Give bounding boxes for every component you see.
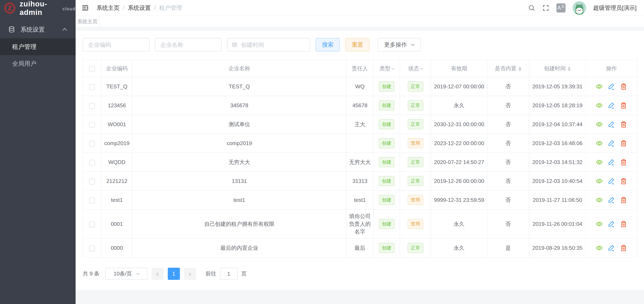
row-checkbox[interactable] bbox=[89, 141, 95, 147]
created-date-input[interactable] bbox=[227, 38, 310, 52]
col-header-type[interactable]: 类型 bbox=[374, 60, 400, 77]
view-icon[interactable] bbox=[596, 102, 603, 109]
more-actions-button[interactable]: 更多操作 bbox=[378, 38, 420, 52]
user-name[interactable]: 超级管理员[演示] bbox=[593, 4, 636, 12]
cell-expire: 永久 bbox=[431, 238, 487, 257]
chevron-down-icon bbox=[136, 271, 140, 275]
col-header-created[interactable]: 创建时间 bbox=[529, 60, 586, 77]
page-size-label: 10条/页 bbox=[114, 270, 132, 277]
tab-home[interactable]: 系统主页 bbox=[76, 16, 100, 27]
cell-company-code: TEST_Q bbox=[102, 77, 132, 96]
created-date-field[interactable] bbox=[241, 42, 306, 48]
row-actions bbox=[588, 121, 635, 128]
row-checkbox[interactable] bbox=[89, 84, 95, 90]
view-icon[interactable] bbox=[596, 121, 603, 128]
table-row: TEST_Q TEST_Q WQ 创建 正常 2019-12-07 00:00:… bbox=[83, 77, 637, 96]
edit-icon[interactable] bbox=[608, 158, 615, 166]
delete-icon[interactable] bbox=[620, 177, 627, 185]
sidebar-item-tenant-management[interactable]: 租户管理 bbox=[0, 38, 76, 55]
status-badge: 禁用 bbox=[408, 195, 423, 205]
search-button[interactable]: 搜索 bbox=[316, 38, 340, 52]
edit-icon[interactable] bbox=[608, 177, 615, 185]
next-page-button[interactable]: › bbox=[184, 268, 196, 280]
edit-icon[interactable] bbox=[608, 121, 615, 128]
row-checkbox[interactable] bbox=[89, 222, 95, 227]
cell-builtin: 否 bbox=[487, 77, 529, 96]
sidebar-item-global-users[interactable]: 全局用户 bbox=[0, 55, 76, 72]
delete-icon[interactable] bbox=[620, 140, 627, 147]
collapse-sidebar-icon[interactable] bbox=[81, 4, 89, 12]
goto-page-input[interactable] bbox=[220, 268, 238, 280]
edit-icon[interactable] bbox=[608, 196, 615, 204]
page-number-current[interactable]: 1 bbox=[168, 268, 180, 280]
edit-icon[interactable] bbox=[608, 244, 615, 252]
col-header-builtin[interactable]: 是否内置 bbox=[487, 60, 529, 77]
table-row: 0001 自己创建的租户拥有所有权限 填你公司负责人的名字 创建 禁用 永久 否… bbox=[83, 209, 637, 238]
view-icon[interactable] bbox=[596, 244, 603, 252]
cell-owner: WQ bbox=[346, 77, 374, 96]
sidebar-item-system-settings[interactable]: 系统设置 bbox=[0, 21, 76, 38]
reset-button[interactable]: 重置 bbox=[345, 38, 370, 52]
breadcrumb-home[interactable]: 系统主页 bbox=[96, 4, 120, 12]
type-badge: 创建 bbox=[379, 176, 394, 186]
company-name-input[interactable] bbox=[155, 38, 222, 52]
breadcrumb-separator: / bbox=[154, 5, 156, 11]
row-checkbox[interactable] bbox=[89, 179, 95, 184]
view-icon[interactable] bbox=[596, 196, 603, 204]
filter-caret-icon[interactable] bbox=[420, 67, 423, 70]
delete-icon[interactable] bbox=[620, 121, 627, 128]
delete-icon[interactable] bbox=[620, 83, 627, 90]
view-icon[interactable] bbox=[596, 83, 603, 90]
cell-company-code: 0000 bbox=[102, 238, 132, 257]
delete-icon[interactable] bbox=[620, 158, 627, 166]
tenant-card: 搜索 重置 更多操作 企业编 bbox=[76, 31, 644, 290]
cell-expire: 9999-12-31 23:59:59 bbox=[431, 190, 487, 209]
select-all-checkbox[interactable] bbox=[89, 66, 95, 72]
edit-icon[interactable] bbox=[608, 140, 615, 147]
delete-icon[interactable] bbox=[620, 196, 627, 204]
cell-builtin: 否 bbox=[487, 134, 529, 153]
col-header-status[interactable]: 状态 bbox=[400, 60, 431, 77]
col-label: 操作 bbox=[606, 65, 617, 72]
edit-icon[interactable] bbox=[608, 83, 615, 90]
company-code-input[interactable] bbox=[83, 38, 150, 52]
sidebar: Z zuihou-admin cloud 系统设置 租户管理 bbox=[0, 0, 76, 304]
search-icon[interactable] bbox=[528, 5, 535, 12]
language-icon[interactable]: A文 bbox=[556, 4, 566, 13]
pagination-total: 共 9 条 bbox=[83, 270, 100, 277]
fullscreen-icon[interactable] bbox=[542, 5, 549, 12]
view-icon[interactable] bbox=[596, 177, 603, 185]
edit-icon[interactable] bbox=[608, 102, 615, 109]
delete-icon[interactable] bbox=[620, 102, 627, 109]
row-checkbox[interactable] bbox=[89, 122, 95, 128]
cell-owner: 王大 bbox=[346, 115, 374, 134]
row-checkbox[interactable] bbox=[89, 103, 95, 109]
table-row: WO001 测试单位 王大 创建 正常 2030-12-31 00:00:00 … bbox=[83, 115, 637, 134]
cell-created: 2019-12-03 10:40:54 bbox=[529, 172, 586, 190]
pagination: 共 9 条 10条/页 ‹ 1 › 前往 页 bbox=[83, 268, 637, 280]
prev-page-button[interactable]: ‹ bbox=[152, 268, 164, 280]
row-checkbox[interactable] bbox=[89, 160, 95, 166]
view-icon[interactable] bbox=[596, 220, 603, 228]
row-checkbox[interactable] bbox=[89, 198, 95, 203]
page-size-select[interactable]: 10条/页 bbox=[105, 268, 148, 280]
edit-icon[interactable] bbox=[608, 220, 615, 228]
language-main: A bbox=[557, 5, 561, 11]
filter-caret-icon[interactable] bbox=[391, 67, 394, 70]
delete-icon[interactable] bbox=[620, 244, 627, 252]
delete-icon[interactable] bbox=[620, 220, 627, 228]
status-badge: 正常 bbox=[408, 243, 423, 253]
logo: Z zuihou-admin cloud bbox=[0, 0, 76, 16]
view-icon[interactable] bbox=[596, 158, 603, 166]
cell-expire: 永久 bbox=[431, 96, 487, 115]
row-actions bbox=[588, 177, 635, 185]
breadcrumb-current: 租户管理 bbox=[159, 4, 182, 12]
view-icon[interactable] bbox=[596, 140, 603, 147]
sidebar-parent-label: 系统设置 bbox=[20, 26, 45, 34]
row-checkbox[interactable] bbox=[89, 245, 95, 251]
sort-icon[interactable] bbox=[518, 67, 522, 71]
sort-icon[interactable] bbox=[568, 67, 571, 71]
content: 搜索 重置 更多操作 企业编 bbox=[76, 28, 644, 304]
breadcrumb-system-settings[interactable]: 系统设置 bbox=[128, 4, 151, 12]
avatar[interactable] bbox=[572, 1, 586, 15]
